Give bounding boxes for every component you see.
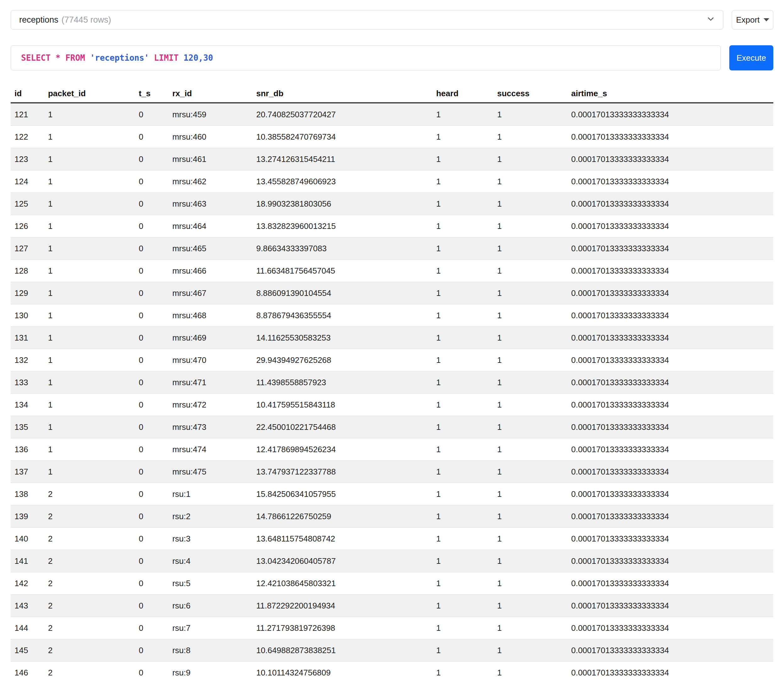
table-cell: 13.648115754808742 <box>253 527 433 550</box>
column-header-snr-db: snr_db <box>253 85 433 103</box>
table-cell: 1 <box>494 639 567 662</box>
table-cell: 0.00017013333333333334 <box>567 126 773 148</box>
table-cell: 1 <box>494 550 567 572</box>
column-header-id: id <box>11 85 44 103</box>
table-cell: 10.10114324756809 <box>253 662 433 683</box>
table-cell: mrsu:466 <box>168 260 253 282</box>
sql-query-input[interactable]: SELECT * FROM 'receptions' LIMIT 120,30 <box>11 45 721 71</box>
table-cell: 1 <box>433 103 494 126</box>
export-button[interactable]: Export <box>732 10 773 30</box>
table-cell: 1 <box>44 327 135 349</box>
table-cell: 0.00017013333333333334 <box>567 639 773 662</box>
execute-button-label: Execute <box>736 53 766 63</box>
table-cell: 0.00017013333333333334 <box>567 527 773 550</box>
table-row: 13820rsu:115.842506341057955110.00017013… <box>11 483 773 505</box>
table-cell: 0 <box>135 394 168 416</box>
table-cell: mrsu:472 <box>168 394 253 416</box>
table-cell: rsu:7 <box>168 617 253 639</box>
table-cell: 0.00017013333333333334 <box>567 305 773 327</box>
table-cell: 1 <box>433 438 494 461</box>
table-cell: 1 <box>494 237 567 260</box>
column-header-t-s: t_s <box>135 85 168 103</box>
table-cell: 1 <box>494 505 567 527</box>
table-cell: 2 <box>44 662 135 683</box>
table-row: 13410mrsu:47210.417595515843118110.00017… <box>11 394 773 416</box>
table-cell: mrsu:475 <box>168 461 253 483</box>
table-cell: 144 <box>11 617 44 639</box>
table-row: 13110mrsu:46914.11625530583253110.000170… <box>11 327 773 349</box>
table-cell: 12.417869894526234 <box>253 438 433 461</box>
table-cell: 1 <box>494 260 567 282</box>
table-cell: 1 <box>44 394 135 416</box>
db-browser-page: receptions (77445 rows) Export SELECT * … <box>0 0 784 683</box>
table-cell: 1 <box>494 349 567 371</box>
table-row: 13210mrsu:47029.94394927625268110.000170… <box>11 349 773 371</box>
table-cell: rsu:2 <box>168 505 253 527</box>
table-cell: 0 <box>135 282 168 305</box>
table-select-dropdown[interactable]: receptions (77445 rows) <box>11 10 723 30</box>
table-header: id packet_id t_s rx_id snr_db heard succ… <box>11 85 773 103</box>
table-cell: 1 <box>433 371 494 394</box>
table-cell: mrsu:461 <box>168 148 253 170</box>
selected-table-name: receptions <box>19 15 58 25</box>
table-cell: 2 <box>44 617 135 639</box>
table-cell: 0 <box>135 260 168 282</box>
sql-row: SELECT * FROM 'receptions' LIMIT 120,30 … <box>11 45 773 71</box>
table-cell: rsu:1 <box>168 483 253 505</box>
table-cell: 0 <box>135 126 168 148</box>
table-cell: 1 <box>433 505 494 527</box>
column-header-success: success <box>494 85 567 103</box>
table-cell: 0 <box>135 662 168 683</box>
table-cell: 1 <box>44 371 135 394</box>
caret-down-icon <box>763 18 769 21</box>
table-cell: 1 <box>433 305 494 327</box>
table-cell: 0.00017013333333333334 <box>567 505 773 527</box>
table-cell: 1 <box>494 572 567 595</box>
table-cell: mrsu:468 <box>168 305 253 327</box>
table-cell: 121 <box>11 103 44 126</box>
table-cell: 1 <box>494 595 567 617</box>
table-cell: 10.385582470769734 <box>253 126 433 148</box>
table-cell: 1 <box>44 193 135 215</box>
table-cell: 0 <box>135 305 168 327</box>
table-cell: mrsu:459 <box>168 103 253 126</box>
table-cell: 0 <box>135 170 168 193</box>
table-cell: 0 <box>135 349 168 371</box>
table-cell: 1 <box>433 639 494 662</box>
table-cell: 0 <box>135 483 168 505</box>
table-cell: 10.649882873838251 <box>253 639 433 662</box>
table-row: 13710mrsu:47513.747937122337788110.00017… <box>11 461 773 483</box>
table-cell: 1 <box>44 438 135 461</box>
table-cell: 0.00017013333333333334 <box>567 327 773 349</box>
table-cell: 136 <box>11 438 44 461</box>
table-cell: 1 <box>433 215 494 237</box>
table-cell: 1 <box>494 483 567 505</box>
table-cell: 0.00017013333333333334 <box>567 461 773 483</box>
table-cell: 1 <box>494 527 567 550</box>
table-cell: 1 <box>494 662 567 683</box>
execute-button[interactable]: Execute <box>729 45 773 71</box>
table-cell: 1 <box>494 617 567 639</box>
table-cell: 10.417595515843118 <box>253 394 433 416</box>
table-cell: 0 <box>135 617 168 639</box>
table-cell: 12.421038645803321 <box>253 572 433 595</box>
table-cell: 1 <box>44 170 135 193</box>
table-cell: 1 <box>494 416 567 438</box>
table-cell: 1 <box>494 148 567 170</box>
table-cell: 1 <box>494 305 567 327</box>
table-cell: 2 <box>44 572 135 595</box>
toolbar: receptions (77445 rows) Export <box>11 10 773 30</box>
table-cell: 0 <box>135 148 168 170</box>
table-cell: 0.00017013333333333334 <box>567 394 773 416</box>
table-cell: 0 <box>135 416 168 438</box>
table-cell: 0.00017013333333333334 <box>567 483 773 505</box>
table-cell: 1 <box>433 394 494 416</box>
table-cell: rsu:8 <box>168 639 253 662</box>
results-table: id packet_id t_s rx_id snr_db heard succ… <box>11 85 773 683</box>
table-cell: 15.842506341057955 <box>253 483 433 505</box>
table-cell: 0.00017013333333333334 <box>567 550 773 572</box>
table-cell: 14.11625530583253 <box>253 327 433 349</box>
table-row: 13010mrsu:4688.878679436355554110.000170… <box>11 305 773 327</box>
table-cell: 128 <box>11 260 44 282</box>
table-cell: 0.00017013333333333334 <box>567 148 773 170</box>
